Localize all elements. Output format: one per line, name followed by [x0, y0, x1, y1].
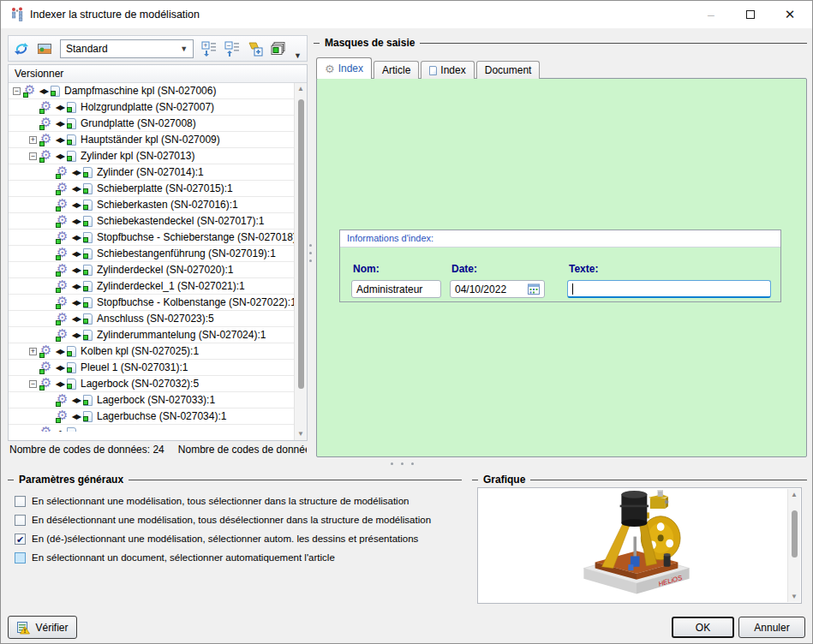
checkbox[interactable]: ✔	[15, 534, 26, 545]
graphic-scrollbar[interactable]: ▲ ▼	[787, 489, 800, 602]
tree-row[interactable]: +⚙◀▶Kolben kpl (SN-027025):1	[9, 343, 307, 360]
checkbox-label: En sélectionnant un document, sélectionn…	[32, 552, 335, 563]
scroll-down-icon[interactable]: ▼	[788, 591, 800, 602]
minimize-button[interactable]: –	[691, 1, 731, 27]
index-info-box: Informations d'index: Nom:Administrateur…	[339, 230, 781, 302]
tree-row[interactable]: −⚙◀▶Dampfmaschine kpl (SN-027006)	[9, 83, 307, 99]
calendar-icon[interactable]	[528, 283, 540, 295]
tree-row[interactable]: ⚙◀▶Schieberplatte (SN-027015):1	[9, 181, 307, 197]
tree-row[interactable]: ⚙◀▶Zylinderummantelung (SN-027024):1	[9, 327, 307, 343]
tree-row[interactable]: ⚙◀▶Schiebestangenführung (SN-027019):1	[9, 246, 307, 262]
indent-spacer	[9, 400, 45, 401]
expand-toggle-icon[interactable]: −	[29, 380, 37, 388]
indent-spacer	[9, 205, 45, 206]
collapse-all-icon[interactable]: −	[224, 41, 240, 57]
scrollbar-thumb[interactable]	[792, 510, 798, 558]
tree-item-label: Pleuel 1 (SN-027031):1	[81, 361, 188, 373]
green-status-badge	[67, 107, 72, 112]
horizontal-splitter[interactable]	[391, 462, 414, 465]
close-button[interactable]: ✕	[770, 1, 810, 27]
expand-toggle-icon[interactable]: −	[13, 87, 21, 95]
assembly-gear-icon: ⚙	[40, 344, 53, 358]
orientation-icon: ◀▶	[70, 299, 82, 307]
tab-index-document[interactable]: Index	[421, 61, 474, 79]
tree-item-label: Dampfmaschine kpl (SN-027006)	[64, 85, 216, 97]
tree-row[interactable]: ⚙◀▶	[9, 425, 307, 432]
graphic-group-title: Grafique	[472, 474, 807, 486]
assembly-gear-icon: ⚙	[40, 100, 53, 114]
tree-row[interactable]: ⚙◀▶Holzgrundplatte (SN-027007)	[9, 99, 307, 116]
tree-row[interactable]: ⚙◀▶Pleuel 1 (SN-027031):1	[9, 360, 307, 376]
verify-button[interactable]: ! Vérifier	[8, 616, 77, 639]
tree-row[interactable]: ⚙◀▶Grundplatte (SN-027008)	[9, 116, 307, 132]
orientation-icon: ◀▶	[54, 120, 66, 128]
tree-row[interactable]: ⚙◀▶Stopfbuchse - Kolbenstange (SN-027022…	[9, 295, 307, 311]
assembly-gear-icon: ⚙	[57, 312, 69, 325]
expand-toggle-icon[interactable]: −	[29, 152, 37, 160]
scroll-down-icon[interactable]: ▼	[295, 428, 307, 440]
scroll-up-icon[interactable]: ▲	[788, 489, 800, 500]
tree-item-label: Stopfbuchse - Kolbenstange (SN-027022):1	[97, 296, 296, 308]
ok-button[interactable]: OK	[672, 617, 734, 638]
sync-icon[interactable]	[14, 41, 29, 57]
green-status-badge	[67, 351, 72, 356]
svg-text:!: !	[24, 628, 26, 634]
preset-combobox[interactable]: Standard ▼	[60, 39, 194, 58]
expand-toggle-icon[interactable]: +	[29, 136, 37, 144]
parameter-checkbox-row: ✔En (dé-)sélectionnant une modélisation,…	[15, 532, 418, 546]
tree-row[interactable]: −⚙◀▶Lagerbock (SN-027032):5	[9, 376, 307, 392]
checkbox[interactable]	[15, 496, 26, 507]
views-image-icon[interactable]	[37, 41, 52, 57]
tree-row[interactable]: +⚙◀▶Hauptständer kpl (SN-027009)	[9, 132, 307, 148]
tree-row[interactable]: ⚙◀▶Schiebekastendeckel (SN-027017):1	[9, 213, 307, 230]
tree-row[interactable]: ⚙◀▶Stopfbuchse - Schieberstange (SN-0270…	[9, 230, 307, 246]
green-status-badge	[39, 353, 45, 358]
scroll-up-icon[interactable]: ▲	[295, 83, 307, 95]
expand-all-icon[interactable]: +	[201, 41, 217, 57]
toolbar-more-arrow-icon[interactable]: ▼	[294, 51, 302, 60]
orientation-icon: ◀▶	[54, 104, 66, 111]
document-icon	[83, 232, 93, 243]
cancel-button[interactable]: Annuler	[738, 617, 805, 638]
nom-field[interactable]: Administrateur	[351, 280, 441, 298]
parameter-checkbox-row: En désélectionnant une modélisation, tou…	[15, 513, 431, 527]
document-icon	[67, 362, 76, 373]
green-status-badge	[56, 402, 61, 407]
vertical-splitter[interactable]	[309, 244, 312, 262]
tab-index-gear[interactable]: ⚙Index	[316, 57, 372, 79]
tree-scrollbar[interactable]: ▲ ▼	[294, 83, 307, 440]
tree-row[interactable]: ⚙◀▶Lagerbock (SN-027033):1	[9, 392, 307, 408]
expand-toggle-icon[interactable]: +	[29, 348, 37, 355]
window-title: Indexer la structure de modélisation	[30, 1, 200, 28]
tab-document[interactable]: Document	[476, 61, 541, 79]
green-status-badge	[83, 237, 88, 242]
texte-field[interactable]	[567, 280, 771, 298]
checkbox[interactable]	[15, 552, 26, 564]
title-bar: Indexer la structure de modélisation – ✕	[1, 1, 812, 28]
tree-row[interactable]: ⚙◀▶Zylinderdeckel (SN-027020):1	[9, 262, 307, 278]
model-structure-tree: Versionner −⚙◀▶Dampfmaschine kpl (SN-027…	[8, 64, 308, 441]
checkbox-label: En (dé-)sélectionnant une modélisation, …	[32, 534, 418, 544]
structure-icon	[9, 7, 25, 22]
tree-row[interactable]: ⚙◀▶Lagerbuchse (SN-027034):1	[9, 408, 307, 425]
date-field[interactable]: 04/10/2022	[450, 280, 545, 298]
tree-row[interactable]: −⚙◀▶Zylinder kpl (SN-027013)	[9, 148, 307, 164]
tab-article[interactable]: Article	[374, 61, 419, 79]
orientation-icon: ◀▶	[70, 266, 82, 274]
new-index-icon[interactable]	[248, 41, 263, 57]
copy-windows-icon[interactable]	[271, 41, 286, 57]
green-status-badge	[56, 304, 61, 309]
document-icon	[83, 281, 93, 292]
checkbox[interactable]	[15, 515, 26, 526]
maximize-button[interactable]	[731, 1, 770, 27]
tree-column-header[interactable]: Versionner	[9, 65, 307, 83]
green-status-badge	[56, 418, 61, 423]
tree-row[interactable]: ⚙◀▶Schieberkasten (SN-027016):1	[9, 197, 307, 213]
tree-row[interactable]: ⚙◀▶Zylinder (SN-027014):1	[9, 164, 307, 181]
tree-item-label: Zylinder (SN-027014):1	[97, 166, 204, 178]
tab-label: Document	[485, 64, 532, 76]
tree-row[interactable]: ⚙◀▶Anschluss (SN-027023):5	[9, 311, 307, 327]
tree-row[interactable]: ⚙◀▶Zylinderdeckel_1 (SN-027021):1	[9, 278, 307, 295]
scrollbar-thumb[interactable]	[298, 99, 304, 389]
indent-spacer	[9, 416, 45, 417]
